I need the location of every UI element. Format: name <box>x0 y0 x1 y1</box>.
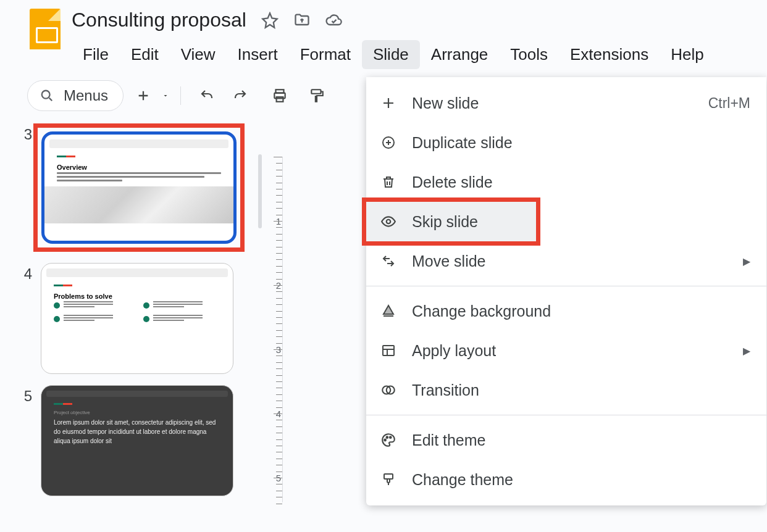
menu-edit[interactable]: Edit <box>120 40 170 69</box>
shortcut: Ctrl+M <box>708 95 750 112</box>
trash-icon <box>380 173 397 191</box>
paint-format-button[interactable] <box>303 82 330 109</box>
brush-icon <box>380 471 397 488</box>
search-icon <box>40 89 54 102</box>
menu-item-edit-theme[interactable]: Edit theme <box>366 420 766 460</box>
duplicate-icon <box>380 134 397 151</box>
slide-panel: 3 Overview 4 Problems to solve <box>0 120 266 515</box>
menu-arrange[interactable]: Arrange <box>420 40 500 69</box>
scrollbar[interactable] <box>258 154 262 228</box>
svg-point-6 <box>387 220 391 224</box>
move-to-folder-icon[interactable] <box>293 12 311 29</box>
menubar: File Edit View Insert Format Slide Arran… <box>72 40 767 69</box>
svg-point-11 <box>387 436 388 438</box>
print-button[interactable] <box>266 82 293 109</box>
menu-item-skip-slide[interactable]: Skip slide <box>366 202 536 241</box>
separator <box>180 86 181 105</box>
slide-number: 3 <box>22 126 32 143</box>
menu-file[interactable]: File <box>72 40 120 69</box>
slide-thumbnail-row: 5 Project objective Lorem ipsum dolor si… <box>22 385 266 496</box>
svg-point-0 <box>42 91 50 99</box>
svg-rect-13 <box>384 474 393 479</box>
svg-rect-4 <box>311 89 321 94</box>
redo-button[interactable] <box>227 82 254 109</box>
menu-item-move-slide[interactable]: Move slide ▶ <box>366 241 766 281</box>
slide-number: 4 <box>22 265 32 283</box>
background-icon <box>380 302 397 320</box>
menu-item-apply-layout[interactable]: Apply layout ▶ <box>366 331 766 370</box>
menu-item-change-background[interactable]: Change background <box>366 291 766 331</box>
svg-rect-7 <box>383 346 394 355</box>
slide-thumbnail-row: 4 Problems to solve <box>22 263 266 374</box>
svg-point-12 <box>390 436 392 438</box>
vertical-ruler: 1 2 3 4 5 <box>266 157 283 502</box>
menus-label: Menus <box>64 87 108 104</box>
slide-title: Overview <box>57 164 233 171</box>
menu-item-delete-slide[interactable]: Delete slide <box>366 162 766 202</box>
menu-slide[interactable]: Slide <box>362 40 420 69</box>
document-title[interactable]: Consulting proposal <box>72 9 246 31</box>
menu-help[interactable]: Help <box>660 40 715 69</box>
submenu-arrow-icon: ▶ <box>743 256 750 267</box>
undo-button[interactable] <box>193 82 220 109</box>
svg-point-10 <box>384 439 386 441</box>
menu-item-duplicate-slide[interactable]: Duplicate slide <box>366 123 766 162</box>
menu-format[interactable]: Format <box>289 40 362 69</box>
slide-body-text: Lorem ipsum dolor sit amet, consectetur … <box>54 418 220 446</box>
submenu-arrow-icon: ▶ <box>743 345 750 357</box>
menu-item-change-theme[interactable]: Change theme <box>366 460 766 499</box>
slide-thumbnail-5[interactable]: Project objective Lorem ipsum dolor sit … <box>41 385 233 496</box>
palette-icon <box>380 431 397 449</box>
new-slide-dropdown[interactable] <box>158 82 173 109</box>
menu-view[interactable]: View <box>170 40 227 69</box>
slide-thumbnail-row: 3 Overview <box>22 123 266 252</box>
tutorial-highlight: Overview <box>33 123 245 252</box>
slide-title-small: Project objective <box>54 410 233 415</box>
slide-number: 5 <box>22 388 32 405</box>
separator <box>366 286 766 286</box>
menu-insert[interactable]: Insert <box>227 40 289 69</box>
slide-title: Problems to solve <box>54 293 233 300</box>
app-logo[interactable] <box>30 9 61 49</box>
menus-search[interactable]: Menus <box>27 80 124 111</box>
slide-menu-dropdown: New slide Ctrl+M Duplicate slide Delete … <box>366 77 766 505</box>
slide-thumbnail-3[interactable]: Overview <box>41 131 237 244</box>
star-icon[interactable] <box>261 12 279 29</box>
new-slide-button[interactable] <box>130 82 157 109</box>
plus-icon <box>380 94 397 112</box>
separator <box>366 415 766 415</box>
slide-thumbnail-4[interactable]: Problems to solve <box>41 263 233 374</box>
layout-icon <box>380 342 397 359</box>
transition-icon <box>380 381 397 399</box>
menu-extensions[interactable]: Extensions <box>559 40 660 69</box>
tutorial-highlight: Skip slide <box>362 197 540 246</box>
cloud-status-icon[interactable] <box>325 12 343 29</box>
menu-tools[interactable]: Tools <box>499 40 559 69</box>
eye-icon <box>380 213 397 230</box>
menu-item-new-slide[interactable]: New slide Ctrl+M <box>366 83 766 123</box>
move-icon <box>380 252 397 270</box>
menu-item-transition[interactable]: Transition <box>366 370 766 410</box>
